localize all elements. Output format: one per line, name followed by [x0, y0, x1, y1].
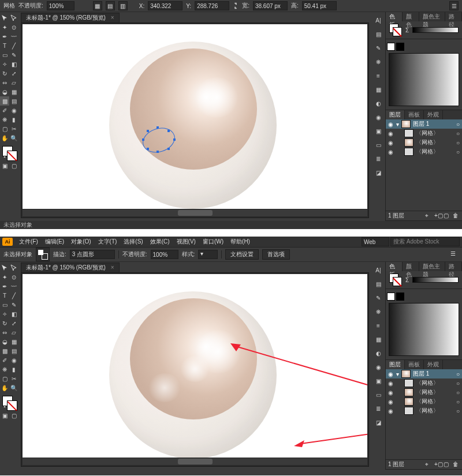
scale-tool-icon[interactable]: ⤢: [9, 69, 18, 78]
slice-tool-icon[interactable]: ✂: [9, 374, 18, 383]
visibility-icon[interactable]: ◉: [387, 370, 394, 377]
symbol-sprayer-icon[interactable]: ❋: [0, 365, 9, 374]
pathfinder-icon[interactable]: ◪: [374, 168, 383, 177]
close-tab-icon[interactable]: ×: [111, 14, 114, 21]
tint-slider[interactable]: [412, 27, 459, 33]
menu-view[interactable]: 视图(V): [174, 237, 199, 246]
visibility-icon[interactable]: ◉: [387, 148, 394, 155]
target-icon[interactable]: ○: [455, 371, 461, 377]
free-transform-icon[interactable]: ▱: [9, 328, 18, 337]
direct-selection-tool-icon[interactable]: [9, 13, 18, 23]
shaper-tool-icon[interactable]: ✧: [0, 59, 9, 69]
transform-icon[interactable]: ▭: [374, 140, 383, 149]
align-icon[interactable]: ▥: [118, 1, 128, 10]
graphic-styles-icon[interactable]: ▣: [374, 126, 383, 136]
transparency-icon[interactable]: ◐: [374, 348, 383, 358]
symbol-sprayer-icon[interactable]: ❋: [0, 115, 9, 124]
type-tool-icon[interactable]: T: [0, 291, 9, 300]
shape-builder-icon[interactable]: ◒: [0, 337, 9, 346]
target-icon[interactable]: ○: [455, 380, 461, 387]
blend-tool-icon[interactable]: ◉: [9, 106, 18, 115]
align-icon[interactable]: ▤: [106, 1, 115, 10]
fill-stroke-swatches[interactable]: [0, 395, 18, 414]
disclosure-icon[interactable]: ▾: [396, 371, 399, 377]
magic-wand-icon[interactable]: ✦: [0, 272, 9, 282]
target-icon[interactable]: ○: [455, 130, 461, 137]
stroke-icon[interactable]: ≡: [374, 71, 383, 80]
selection-tool-icon[interactable]: [0, 263, 9, 272]
slice-tool-icon[interactable]: ✂: [9, 124, 18, 133]
sublayer-row[interactable]: ◉ 〈网格〉 ○: [386, 129, 462, 138]
zoom-tool-icon[interactable]: 🔍: [9, 383, 18, 392]
curvature-tool-icon[interactable]: 〰: [9, 32, 18, 41]
visibility-icon[interactable]: ◉: [387, 398, 394, 405]
line-tool-icon[interactable]: ╱: [9, 41, 18, 50]
perspective-grid-icon[interactable]: ▦: [9, 337, 18, 346]
new-sublayer-icon[interactable]: +▢: [434, 212, 441, 219]
menu-type[interactable]: 文字(T): [95, 237, 120, 246]
visibility-icon[interactable]: ◉: [387, 389, 394, 396]
x-input[interactable]: [148, 1, 182, 10]
menu-help[interactable]: 帮助(H): [228, 237, 253, 246]
fill-stroke-swatches[interactable]: [0, 145, 18, 164]
eyedropper-tool-icon[interactable]: ✐: [0, 106, 9, 115]
gradient-preview[interactable]: [389, 303, 459, 356]
align-icon[interactable]: ≣: [374, 154, 383, 163]
panel-tab-swatches[interactable]: 色板: [386, 12, 403, 21]
menu-effect[interactable]: 效果(C): [147, 237, 173, 246]
workspace-select[interactable]: [362, 237, 389, 246]
sublayer-row[interactable]: ◉ 〈网格〉 ○: [386, 378, 462, 388]
fill-stroke-indicator[interactable]: [389, 24, 402, 36]
type-tool-icon[interactable]: T: [0, 41, 9, 50]
rotate-tool-icon[interactable]: ↻: [0, 69, 9, 78]
align-icon[interactable]: ≣: [374, 404, 383, 413]
canvas[interactable]: [23, 274, 367, 458]
new-sublayer-icon[interactable]: +▢: [434, 461, 441, 468]
link-icon[interactable]: [233, 2, 239, 9]
column-graph-icon[interactable]: ▮: [9, 365, 18, 374]
width-tool-icon[interactable]: ⇔: [0, 78, 9, 87]
layer-row[interactable]: ◉ ▾ 图层 1 ○: [386, 119, 462, 129]
h-input[interactable]: [302, 1, 337, 10]
panel-tab[interactable]: 颜色主题: [419, 262, 445, 271]
graphic-style-select[interactable]: ▾: [198, 250, 218, 259]
align-icon[interactable]: ▦: [93, 1, 102, 10]
panel-tab[interactable]: 路径: [445, 12, 462, 21]
eraser-tool-icon[interactable]: ◧: [9, 59, 18, 69]
target-icon[interactable]: ○: [455, 389, 461, 396]
paintbrush-tool-icon[interactable]: ✎: [9, 300, 18, 309]
swatches-icon[interactable]: ▦: [374, 85, 383, 94]
width-tool-icon[interactable]: ⇔: [0, 328, 9, 337]
opacity-input[interactable]: [151, 250, 178, 259]
document-setup-button[interactable]: 文档设置: [225, 249, 259, 260]
panel-tab-appearance[interactable]: 外观: [424, 110, 443, 119]
w-input[interactable]: [253, 1, 288, 10]
rectangle-tool-icon[interactable]: ▭: [0, 300, 9, 309]
libraries-icon[interactable]: ▤: [374, 29, 383, 39]
sublayer-row[interactable]: ◉ 〈网格〉 ○: [386, 147, 462, 156]
layer-row[interactable]: ◉ ▾ 图层 1 ○: [386, 369, 462, 378]
disclosure-icon[interactable]: ▾: [396, 121, 399, 128]
panel-tab[interactable]: 颜色主题: [419, 12, 445, 21]
target-icon[interactable]: ○: [455, 121, 461, 128]
new-layer-icon[interactable]: ▢: [444, 461, 450, 468]
menu-select[interactable]: 选择(S): [121, 237, 146, 246]
rectangle-tool-icon[interactable]: ▭: [0, 50, 9, 59]
menu-edit[interactable]: 编辑(E): [42, 237, 67, 246]
magic-wand-icon[interactable]: ✦: [0, 23, 9, 32]
panel-tab-artboards[interactable]: 画板: [405, 360, 424, 369]
pathfinder-icon[interactable]: ◪: [374, 418, 383, 427]
pen-tool-icon[interactable]: ✒: [0, 282, 9, 291]
free-transform-icon[interactable]: ▱: [9, 78, 18, 87]
libraries-icon[interactable]: ▤: [374, 279, 383, 288]
zoom-tool-icon[interactable]: 🔍: [9, 133, 18, 143]
preferences-button[interactable]: 首选项: [262, 249, 290, 260]
appearance-icon[interactable]: ◉: [374, 362, 383, 372]
menu-file[interactable]: 文件(F): [16, 237, 41, 246]
blend-tool-icon[interactable]: ◉: [9, 355, 18, 365]
visibility-icon[interactable]: ◉: [387, 130, 394, 137]
hand-tool-icon[interactable]: ✋: [0, 383, 9, 392]
target-icon[interactable]: ○: [455, 149, 461, 155]
trash-icon[interactable]: 🗑: [453, 461, 460, 468]
properties-icon[interactable]: A|: [374, 265, 383, 275]
